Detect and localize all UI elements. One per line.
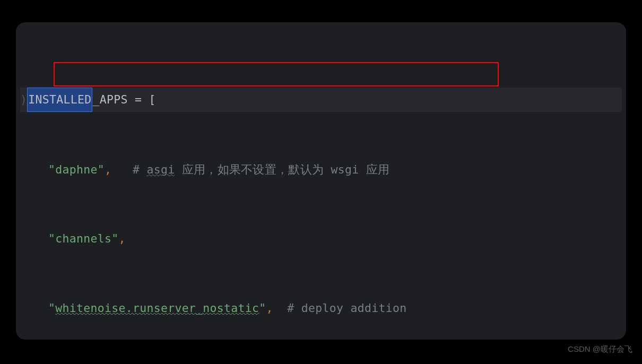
spaces	[111, 163, 133, 176]
comma: ,	[105, 163, 111, 176]
comment: # deploy addition	[287, 301, 406, 315]
code-line-4[interactable]: "whitenoise.runserver_nostatic", # deplo…	[20, 297, 622, 320]
indent	[20, 232, 48, 245]
code-content[interactable]: )INSTALLED_APPS = [ "daphne", # asgi 应用，…	[20, 41, 622, 340]
identifier: _APPS = [	[92, 93, 155, 106]
code-line-2[interactable]: "daphne", # asgi 应用，如果不设置，默认为 wsgi 应用	[20, 158, 622, 181]
code-line-3[interactable]: "channels",	[20, 227, 622, 250]
text-selection[interactable]: INSTALLED	[27, 88, 92, 112]
spaces	[273, 301, 288, 315]
string-literal: "channels"	[48, 232, 118, 245]
code-line-1[interactable]: )INSTALLED_APPS = [	[20, 88, 622, 112]
comma: ,	[118, 232, 125, 245]
string-literal: "daphne"	[48, 163, 105, 176]
watermark-text: CSDN @暖仔会飞	[568, 344, 632, 354]
gutter-marker: )	[20, 93, 27, 106]
string-literal: "whitenoise.runserver_nostatic"	[48, 301, 266, 315]
comment: # asgi 应用，如果不设置，默认为 wsgi 应用	[133, 163, 389, 176]
code-editor-window: )INSTALLED_APPS = [ "daphne", # asgi 应用，…	[16, 22, 626, 340]
indent	[20, 163, 48, 176]
comma: ,	[266, 301, 273, 315]
indent	[20, 301, 48, 315]
